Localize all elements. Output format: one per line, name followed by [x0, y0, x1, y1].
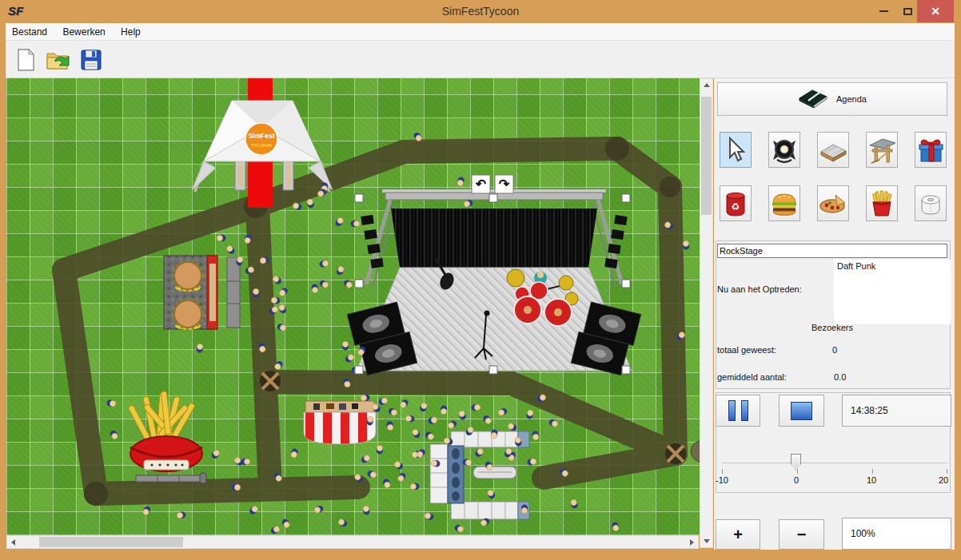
hamburger-stand[interactable]	[164, 256, 217, 330]
visitor[interactable]	[277, 304, 288, 315]
speed-slider-track[interactable]	[722, 463, 947, 464]
visitor[interactable]	[196, 344, 204, 353]
visitor[interactable]	[281, 518, 291, 529]
fries-stand[interactable]	[128, 391, 202, 471]
open-file-button[interactable]	[44, 46, 71, 73]
pause-button[interactable]	[716, 395, 760, 427]
visitor[interactable]	[269, 525, 281, 535]
zoom-out-button[interactable]: −	[779, 519, 824, 550]
visitor[interactable]	[225, 244, 236, 256]
visitor[interactable]	[386, 421, 394, 431]
visitor[interactable]	[335, 265, 345, 276]
burger-tool-button[interactable]	[768, 185, 800, 221]
agenda-button[interactable]: Agenda	[717, 82, 947, 116]
vertical-scroll-thumb[interactable]	[701, 97, 712, 215]
vertical-scrollbar[interactable]	[700, 78, 713, 548]
visitor[interactable]	[210, 449, 221, 460]
visitor[interactable]	[142, 505, 152, 516]
visitor[interactable]	[106, 399, 116, 407]
visitor[interactable]	[272, 275, 283, 286]
main-stage[interactable]	[347, 189, 640, 376]
visitor[interactable]	[399, 398, 410, 409]
visitor[interactable]	[405, 415, 415, 423]
visitor[interactable]	[387, 407, 398, 417]
now-performing-list[interactable]: Daft Punk	[834, 260, 951, 324]
visitor[interactable]	[276, 323, 286, 332]
visitor[interactable]	[424, 512, 434, 522]
gift-tool-button[interactable]	[915, 132, 947, 168]
horizontal-scrollbar[interactable]	[6, 535, 699, 549]
visitor[interactable]	[428, 416, 438, 425]
zoom-in-button[interactable]: +	[716, 519, 760, 550]
bench[interactable]	[227, 257, 240, 328]
visitor[interactable]	[548, 418, 559, 428]
visitor[interactable]	[344, 353, 355, 363]
visitor[interactable]	[362, 506, 370, 515]
visitor[interactable]	[337, 518, 349, 528]
visitor[interactable]	[471, 403, 480, 411]
visitor[interactable]	[361, 394, 370, 401]
scroll-down-icon[interactable]	[704, 539, 710, 543]
visitor[interactable]	[342, 341, 349, 350]
path-tile-tool-button[interactable]	[817, 132, 849, 168]
visitor[interactable]	[463, 199, 473, 209]
visitor[interactable]	[319, 260, 329, 268]
stop-button[interactable]	[779, 395, 824, 427]
horizontal-scroll-thumb[interactable]	[39, 537, 183, 547]
visitor[interactable]	[377, 396, 389, 406]
toilet-paper-tool-button[interactable]	[915, 185, 947, 221]
visitor[interactable]	[397, 471, 407, 483]
visitor[interactable]	[457, 410, 467, 420]
stage-name-input[interactable]	[717, 244, 947, 258]
visitor[interactable]	[290, 448, 299, 459]
visitor[interactable]	[311, 284, 319, 293]
pizza-tool-button[interactable]	[817, 185, 849, 221]
fries-tool-button[interactable]	[866, 185, 898, 221]
visitor[interactable]	[507, 422, 518, 432]
visitor[interactable]	[532, 431, 540, 440]
new-file-button[interactable]	[12, 46, 39, 73]
visitor[interactable]	[527, 458, 537, 467]
visitor[interactable]	[393, 460, 405, 471]
market-stall[interactable]	[304, 401, 376, 444]
select-tool-button[interactable]	[720, 132, 752, 168]
visitor[interactable]	[410, 483, 420, 490]
toilet-block[interactable]	[430, 431, 529, 519]
menu-help[interactable]: Help	[114, 23, 147, 38]
visitor[interactable]	[682, 240, 689, 250]
visitor[interactable]	[525, 410, 534, 420]
visitor[interactable]	[473, 447, 484, 459]
visitor[interactable]	[367, 470, 377, 479]
trash-tool-button[interactable]: ♻	[720, 185, 752, 221]
visitor[interactable]	[351, 220, 360, 227]
visitor[interactable]	[457, 177, 465, 187]
bench[interactable]	[136, 473, 206, 483]
visitor[interactable]	[497, 407, 508, 416]
scroll-up-icon[interactable]	[704, 83, 710, 87]
maximize-button[interactable]	[897, 0, 918, 22]
visitor[interactable]	[233, 456, 245, 467]
visitor[interactable]	[482, 414, 493, 425]
close-button[interactable]: ✕	[917, 0, 954, 22]
visitor[interactable]	[441, 405, 448, 414]
visitor[interactable]	[453, 524, 464, 534]
visitor[interactable]	[611, 522, 620, 532]
visitor[interactable]	[382, 478, 392, 488]
menu-bestand[interactable]: Bestand	[6, 23, 54, 38]
visitor[interactable]	[411, 428, 421, 439]
map-canvas[interactable]: SimFest TYCOON	[6, 78, 700, 535]
minimize-button[interactable]	[873, 0, 894, 22]
rotate-right-button[interactable]: ↷	[495, 175, 513, 193]
visitor[interactable]	[342, 279, 353, 290]
visitor[interactable]	[306, 198, 315, 209]
rotate-left-button[interactable]: ↶	[472, 175, 490, 193]
visitor[interactable]	[248, 505, 259, 516]
visitor[interactable]	[109, 429, 118, 440]
visitor[interactable]	[313, 505, 324, 514]
visitor[interactable]	[447, 419, 458, 430]
scaffold-tool-button[interactable]	[866, 132, 898, 168]
scroll-right-icon[interactable]	[690, 539, 694, 546]
visitor[interactable]	[334, 216, 345, 228]
visitor[interactable]	[377, 445, 384, 454]
visitor[interactable]	[424, 431, 435, 441]
